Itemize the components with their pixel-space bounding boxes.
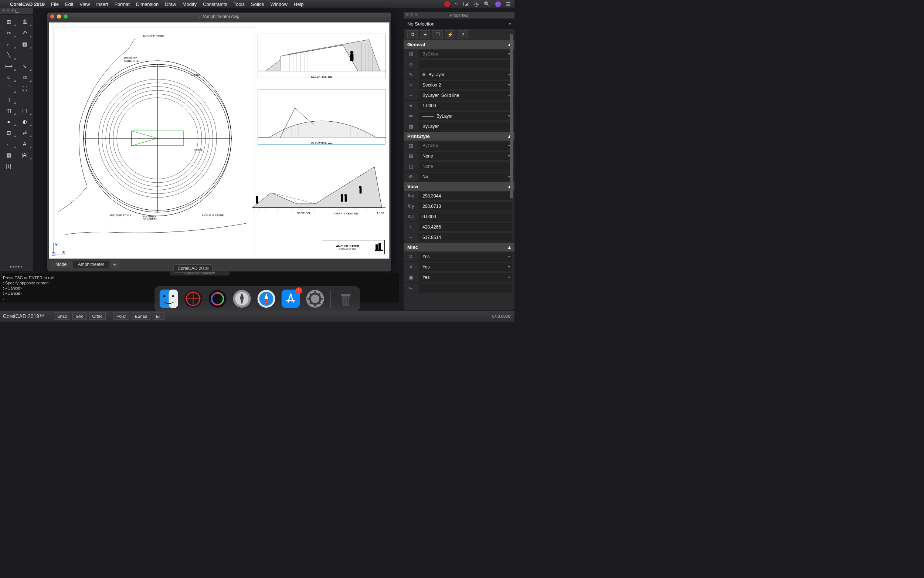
drawing-canvas[interactable]: ANTI-SLIP STONE POLISHED CONCRETE STONE … xyxy=(49,22,390,259)
prop-linecolor[interactable]: ByLayer xyxy=(419,71,512,79)
siri-icon[interactable] xyxy=(495,2,501,7)
toggle-et[interactable]: ET xyxy=(153,312,165,320)
extrude-tool[interactable]: ⬚ xyxy=(17,106,32,115)
app-name-menu[interactable]: CorelCAD 2019 xyxy=(10,2,45,7)
align-tool[interactable]: |⫿| xyxy=(2,161,16,171)
prop-misc-2[interactable]: Yes xyxy=(419,263,512,271)
section-view[interactable]: View▴ xyxy=(404,182,515,191)
sphere-tool[interactable]: ● xyxy=(2,117,16,127)
prop-misc-1[interactable]: Yes xyxy=(419,253,512,261)
dock-finder[interactable] xyxy=(158,288,180,310)
document-titlebar[interactable]: .../Amphitheater.dwg xyxy=(47,13,391,21)
prop-layer[interactable]: Section 2 xyxy=(419,81,512,89)
menu-file[interactable]: File xyxy=(51,2,59,7)
viewport-elevation-bb[interactable]: ELEVATION BB xyxy=(257,34,385,78)
window-minimize[interactable] xyxy=(57,15,61,18)
menu-solids[interactable]: Solids xyxy=(251,2,264,7)
toggle-snap[interactable]: Snap xyxy=(54,312,70,320)
battery-icon[interactable]: ◢ xyxy=(463,2,469,6)
prop-width[interactable]: 617.8514 xyxy=(419,233,512,242)
leader-tool[interactable]: ↘ xyxy=(17,62,32,71)
selection-dropdown[interactable]: No Selection▾ xyxy=(404,18,515,29)
menu-format[interactable]: Format xyxy=(115,2,130,7)
props-flash-icon[interactable]: ⚡ xyxy=(445,30,455,39)
dock-settings[interactable] xyxy=(304,288,326,310)
prop-center-x[interactable]: 298.3944 xyxy=(419,192,512,200)
prop-misc-4[interactable] xyxy=(419,284,512,292)
prop-ltscale[interactable]: 1.0000 xyxy=(419,102,512,110)
toggle-esnap[interactable]: ESnap xyxy=(131,312,150,320)
polyline-tool[interactable]: ⌐ xyxy=(2,39,16,49)
prop-color[interactable]: ByColor xyxy=(419,50,512,58)
props-screen-icon[interactable]: 🖵 xyxy=(432,30,443,39)
print-tool[interactable]: 🖶 xyxy=(17,17,32,27)
notification-center-icon[interactable]: ☰ xyxy=(506,1,511,7)
tab-amphitheater[interactable]: Amphitheater xyxy=(73,261,109,268)
group-tool[interactable]: ⧉ xyxy=(17,73,32,82)
props-help-icon[interactable]: ? xyxy=(458,30,468,39)
viewport-plan[interactable]: ANTI-SLIP STONE POLISHED CONCRETE STONE … xyxy=(53,27,255,254)
prop-eraser[interactable] xyxy=(419,60,512,68)
rectangle-tool[interactable]: ▯ xyxy=(2,95,16,104)
dock-corelcad[interactable]: CorelCAD 2019 xyxy=(183,288,204,310)
menu-constraints[interactable]: Constraints xyxy=(203,2,227,7)
text-tool[interactable]: A xyxy=(17,139,32,149)
line-tool[interactable]: ╲ xyxy=(2,50,16,60)
section-general[interactable]: General▴ xyxy=(404,40,515,49)
toggle-grid[interactable]: Grid xyxy=(73,312,87,320)
prop-linetype[interactable]: ByLayer Solid line xyxy=(419,91,512,99)
menu-insert[interactable]: Insert xyxy=(96,2,108,7)
section-misc[interactable]: Misc▴ xyxy=(404,243,515,252)
spotlight-icon[interactable]: 🔍 xyxy=(484,1,490,7)
revolve-tool[interactable]: ◐ xyxy=(17,117,32,127)
mtext-tool[interactable]: |A| xyxy=(17,150,32,160)
clock-icon[interactable]: ◷ xyxy=(474,1,479,7)
dock-launchpad[interactable] xyxy=(231,288,253,310)
tab-model[interactable]: Model xyxy=(50,261,73,268)
explode-tool[interactable]: ⛶ xyxy=(17,84,32,93)
prop-ps-plot[interactable]: No xyxy=(419,173,512,181)
toggle-polar[interactable]: Polar xyxy=(113,312,129,320)
dock-safari[interactable] xyxy=(256,288,277,310)
new-tool[interactable]: ⊞ xyxy=(2,17,16,27)
tab-add[interactable]: ＋ xyxy=(109,260,120,269)
section-printstyle[interactable]: PrintStyle▴ xyxy=(404,132,515,141)
dock-appstore[interactable]: 1 xyxy=(280,288,302,310)
menu-edit[interactable]: Edit xyxy=(65,2,73,7)
prop-center-y[interactable]: 208.6713 xyxy=(419,202,512,210)
props-quick-icon[interactable]: ✦ xyxy=(420,30,430,39)
prop-transparency[interactable]: ByLayer xyxy=(419,122,512,130)
prop-ps-color[interactable]: ByColor xyxy=(419,142,512,150)
window-close[interactable] xyxy=(50,15,54,18)
prop-ps-table[interactable]: None xyxy=(419,152,512,160)
box-tool[interactable]: ◫ xyxy=(2,106,16,115)
dock-siri[interactable] xyxy=(207,288,228,310)
mirror-tool[interactable]: ⇄ xyxy=(17,128,32,138)
menu-tools[interactable]: Tools xyxy=(234,2,245,7)
menu-view[interactable]: View xyxy=(79,2,90,7)
menu-modify[interactable]: Modify xyxy=(183,2,197,7)
prop-center-z[interactable]: 0.0000 xyxy=(419,213,512,221)
offset-tool[interactable]: ⊡ xyxy=(2,128,16,138)
table-tool[interactable]: ▦ xyxy=(2,150,16,160)
viewport-elevation-aa[interactable]: ELEVATION AA xyxy=(257,89,385,144)
trend-micro-icon[interactable] xyxy=(444,1,450,7)
window-zoom[interactable] xyxy=(63,15,68,18)
undo-tool[interactable]: ↶ xyxy=(17,28,32,38)
dock-trash[interactable] xyxy=(335,288,357,310)
prop-height[interactable]: 428.4266 xyxy=(419,223,512,231)
fillet-tool[interactable]: ⌐ xyxy=(2,139,16,149)
menu-draw[interactable]: Draw xyxy=(165,2,176,7)
circle-tool[interactable]: ○ xyxy=(2,73,16,82)
prop-misc-3[interactable]: Yes xyxy=(419,273,512,281)
viewport-section[interactable]: SECTION AMPHITHEATRE 1:100 xyxy=(249,163,385,215)
properties-scrollbar[interactable] xyxy=(510,34,514,308)
dimension-tool[interactable]: ⟼ xyxy=(2,62,16,71)
menu-window[interactable]: Window xyxy=(270,2,288,7)
palette-expand[interactable]: ▸▸▸▸▸ xyxy=(0,265,33,268)
menu-help[interactable]: Help xyxy=(294,2,304,7)
prop-lineweight[interactable]: ByLayer xyxy=(419,112,512,120)
toggle-ortho[interactable]: Ortho xyxy=(89,312,106,320)
cut-tool[interactable]: ✂ xyxy=(2,28,16,38)
arc-tool[interactable]: ⌒ xyxy=(2,84,16,93)
